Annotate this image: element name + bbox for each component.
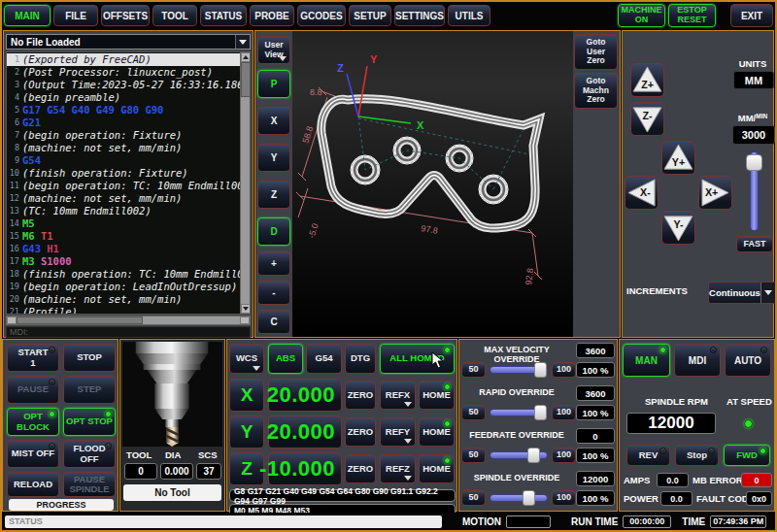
zero-z-button[interactable]: ZERO: [345, 454, 376, 483]
gcode-line[interactable]: 19(begin operation: LeadInOutDressup): [7, 281, 240, 293]
gcode-line[interactable]: 5G17 G54 G40 G49 G80 G90: [7, 104, 240, 116]
horizontal-scrollbar[interactable]: [6, 316, 251, 325]
mist-button[interactable]: MIST OFF: [7, 440, 59, 468]
gcode-line[interactable]: 1(Exported by FreeCAD): [7, 53, 240, 66]
zero-y-button[interactable]: ZERO: [345, 417, 376, 447]
clear-view-button[interactable]: C: [257, 310, 290, 334]
zero-x-button[interactable]: ZERO: [345, 381, 376, 410]
gcode-line[interactable]: 17M3 S1000: [7, 255, 240, 268]
axis-y-button[interactable]: Y: [229, 416, 264, 449]
abs-button[interactable]: ABS: [268, 344, 303, 374]
gcode-line[interactable]: 8(machine: not set, mm/min): [7, 142, 240, 154]
scrollbar-thumb[interactable]: [241, 62, 251, 97]
view-z-button[interactable]: Z: [257, 181, 290, 209]
goto-user-zero-button[interactable]: Goto User Zero: [574, 34, 618, 70]
tab-main[interactable]: MAIN: [4, 5, 51, 26]
flood-button[interactable]: FLOOD OFF: [63, 440, 116, 468]
gcode-line[interactable]: 9G54: [7, 154, 240, 167]
override-max-button[interactable]: 100: [552, 405, 576, 420]
fast-button[interactable]: FAST: [736, 236, 773, 252]
tab-tool[interactable]: TOOL: [152, 5, 197, 26]
gcode-line[interactable]: 6G21: [7, 116, 240, 129]
gcode-line[interactable]: 12(machine: not set, mm/min): [7, 192, 240, 205]
home-z-button[interactable]: HOME: [419, 454, 455, 483]
gcode-line[interactable]: 16G43 H1: [7, 243, 240, 255]
g54-button[interactable]: G54: [306, 344, 342, 374]
goto-machine-zero-button[interactable]: Goto Machn Zero: [574, 73, 618, 109]
chevron-down-icon[interactable]: [760, 283, 775, 303]
increments-combo[interactable]: Continuous: [708, 282, 776, 304]
gcode-line[interactable]: 20(machine: not set, mm/min): [7, 293, 240, 306]
file-selector-combo[interactable]: No File Loaded: [6, 34, 251, 50]
spindle-stop-button[interactable]: Stop: [675, 445, 719, 466]
home-y-button[interactable]: HOME: [419, 417, 455, 447]
jog-z-minus-button[interactable]: Z-: [630, 102, 664, 136]
reload-button[interactable]: RELOAD: [7, 472, 59, 497]
scrollbar-thumb[interactable]: [17, 316, 143, 324]
view-x-button[interactable]: X: [257, 107, 290, 135]
tab-probe[interactable]: PROBE: [250, 5, 294, 26]
override-slider[interactable]: [490, 451, 548, 459]
view-y-button[interactable]: Y: [257, 144, 290, 172]
view-d-button[interactable]: D: [257, 217, 290, 246]
gcode-line[interactable]: 18(finish operation: TC: 10mm Endmill06: [7, 268, 240, 281]
gcode-line[interactable]: 21(Profile): [7, 306, 240, 315]
exit-button[interactable]: EXIT: [730, 4, 773, 27]
mdi-mode-button[interactable]: MDI: [674, 344, 721, 377]
zoom-out-button[interactable]: -: [257, 281, 290, 305]
slider-handle[interactable]: [534, 362, 547, 378]
override-min-button[interactable]: 50: [461, 405, 486, 420]
ref-x-combo[interactable]: REFX: [380, 381, 416, 410]
view-p-button[interactable]: P: [257, 70, 290, 98]
toolpath-preview[interactable]: Y Z X 8.8 58.8 -5.0 97.8 92.8: [292, 31, 573, 337]
step-button[interactable]: STEP: [63, 376, 116, 404]
zoom-in-button[interactable]: +: [257, 251, 290, 276]
scroll-right-icon[interactable]: [240, 316, 250, 324]
machine-on-button[interactable]: MACHINE ON: [618, 4, 665, 27]
gcode-line[interactable]: 13(TC: 10mm Endmill002): [7, 205, 240, 217]
dtg-button[interactable]: DTG: [345, 344, 376, 374]
ref-y-combo[interactable]: REFY: [380, 417, 416, 447]
chevron-down-icon[interactable]: [235, 35, 250, 49]
gcode-line[interactable]: 4(begin preamble): [7, 91, 240, 104]
axis-x-button[interactable]: X: [229, 379, 264, 412]
override-slider[interactable]: [490, 409, 548, 416]
jog-y-minus-button[interactable]: Y-: [661, 211, 695, 245]
override-min-button[interactable]: 50: [461, 362, 486, 378]
estop-reset-button[interactable]: ESTOP RESET: [668, 4, 716, 27]
slider-handle[interactable]: [527, 448, 540, 463]
slider-handle[interactable]: [523, 490, 535, 506]
vertical-scrollbar[interactable]: [240, 52, 250, 314]
user-view-button[interactable]: User View: [257, 36, 290, 64]
override-slider[interactable]: [490, 366, 548, 374]
gcode-line[interactable]: 10(finish operation: Fixture): [7, 167, 240, 180]
tab-setup[interactable]: SETUP: [349, 5, 391, 26]
gcode-line[interactable]: 7(begin operation: Fixture): [7, 129, 240, 142]
man-mode-button[interactable]: MAN: [623, 344, 670, 377]
scroll-left-icon[interactable]: [7, 316, 17, 324]
tab-offsets[interactable]: OFFSETS: [101, 5, 150, 26]
jog-rate-slider[interactable]: [750, 151, 759, 231]
mdi-input[interactable]: MDI:: [6, 326, 251, 338]
tab-utils[interactable]: UTILS: [448, 5, 490, 26]
jog-x-plus-button[interactable]: X+: [698, 176, 732, 210]
slider-handle[interactable]: [534, 405, 547, 420]
tab-status[interactable]: STATUS: [200, 5, 247, 26]
scroll-up-icon[interactable]: [241, 52, 251, 62]
wcs-combo[interactable]: WCS: [229, 344, 264, 374]
spindle-fwd-button[interactable]: FWD: [724, 445, 770, 466]
jog-z-plus-button[interactable]: Z+: [630, 63, 664, 97]
override-max-button[interactable]: 100: [552, 490, 576, 506]
home-x-button[interactable]: HOME: [419, 381, 455, 410]
pause-spindle-button[interactable]: PAUSE SPINDLE: [63, 472, 116, 497]
gcode-line[interactable]: 11(begin operation: TC: 10mm Endmill002: [7, 180, 240, 192]
override-min-button[interactable]: 50: [461, 448, 486, 463]
tab-settings[interactable]: SETTINGS: [394, 5, 445, 26]
override-slider[interactable]: [490, 494, 548, 502]
gcode-line[interactable]: 2(Post Processor: linuxcnc_post): [7, 66, 240, 79]
scroll-down-icon[interactable]: [241, 304, 251, 314]
tab-gcodes[interactable]: GCODES: [297, 5, 346, 26]
tab-file[interactable]: FILE: [53, 5, 98, 26]
pause-button[interactable]: PAUSE: [7, 376, 59, 404]
override-max-button[interactable]: 100: [552, 448, 576, 463]
